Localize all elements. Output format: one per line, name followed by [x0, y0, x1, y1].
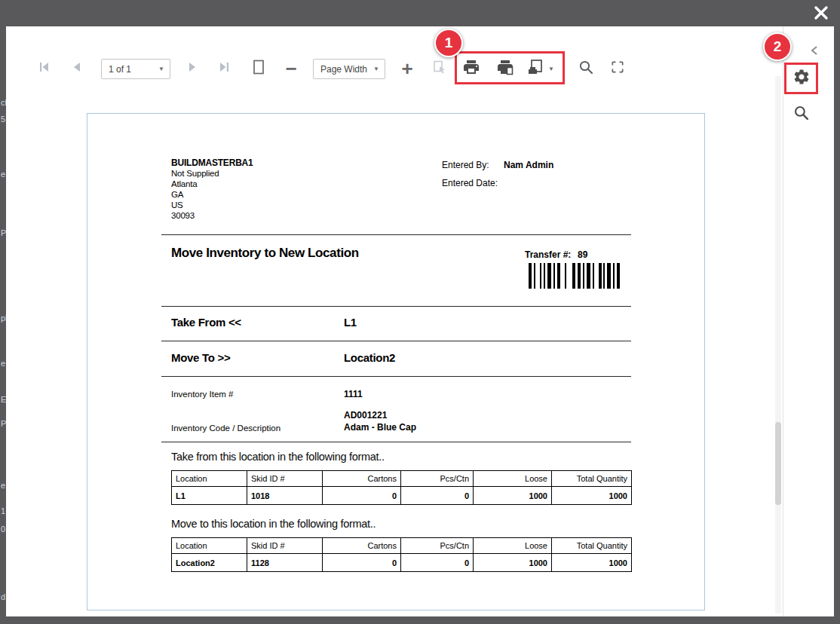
magnifier-icon	[793, 105, 810, 124]
report-title: Move Inventory to New Location	[171, 246, 359, 261]
table-header-cell: Location	[172, 538, 247, 554]
zoom-in-button[interactable]: +	[395, 57, 419, 81]
zoom-out-icon: −	[285, 59, 296, 78]
close-button[interactable]	[811, 5, 831, 24]
address-line: US	[171, 200, 253, 210]
table-cell: L1	[172, 487, 247, 505]
barcode-bar	[557, 263, 560, 289]
search-button[interactable]	[574, 57, 598, 81]
inventory-item-value: 1111	[344, 389, 363, 399]
barcode-bar	[603, 263, 605, 289]
company-block: BUILDMASTERBA1 Not Supplied Atlanta GA U…	[171, 158, 253, 221]
highlight-fields-icon	[432, 60, 448, 78]
first-page-icon	[37, 60, 51, 77]
first-page-button[interactable]	[32, 57, 56, 81]
table-header-cell: Pcs/Ctn	[401, 471, 474, 487]
background-text-fragment: P	[1, 228, 6, 237]
address-line: Atlanta	[171, 179, 253, 189]
single-page-view-button[interactable]	[247, 57, 271, 81]
move-to-table: Location Skid ID # Cartons Pcs/Ctn Loose…	[171, 537, 632, 572]
inventory-code-label: Inventory Code / Description	[171, 424, 281, 433]
background-text-fragment: P	[1, 419, 6, 428]
step-badge-1: 1	[434, 29, 463, 57]
chevron-down-icon: ▼	[373, 66, 379, 72]
background-text-fragment: d	[1, 592, 5, 601]
barcode-bar	[565, 263, 566, 289]
address-line: GA	[171, 189, 253, 200]
divider	[161, 376, 631, 377]
background-text-fragment: E	[1, 395, 6, 404]
barcode-bar	[544, 263, 545, 289]
viewer-sidebar	[783, 26, 834, 616]
scrollbar-track[interactable]	[775, 76, 781, 613]
zoom-out-button[interactable]: −	[279, 57, 303, 81]
background-text-fragment: 1	[1, 506, 5, 515]
background-text-fragment: 5	[1, 115, 5, 124]
address-line: Not Supplied	[171, 168, 253, 179]
collapse-chevron-icon	[810, 45, 819, 59]
full-screen-button[interactable]	[605, 57, 630, 81]
highlight-editing-fields-button[interactable]	[428, 57, 452, 81]
highlight-box-settings	[784, 63, 818, 94]
barcode-bar	[583, 263, 584, 289]
transfer-number-value: 89	[578, 249, 587, 260]
page-selector[interactable]: 1 of 1 ▼	[101, 59, 170, 79]
inventory-code-value: AD001221	[344, 410, 387, 421]
last-page-button[interactable]	[213, 57, 237, 81]
table-header-row: Location Skid ID # Cartons Pcs/Ctn Loose…	[172, 471, 632, 487]
table-cell: 1018	[247, 487, 323, 505]
previous-page-icon	[70, 60, 84, 77]
chevron-down-icon: ▼	[158, 66, 164, 72]
barcode-bar	[599, 263, 602, 289]
barcode-bar	[553, 263, 555, 289]
step-badge-2: 2	[763, 32, 792, 61]
table-cell: 0	[323, 554, 401, 572]
divider	[161, 442, 631, 442]
table-header-cell: Loose	[474, 471, 552, 487]
barcode-bar	[578, 263, 581, 289]
table-cell: 0	[401, 554, 474, 572]
table-cell: 1000	[474, 487, 552, 505]
table-header-cell: Total Quantity	[552, 538, 632, 554]
sidebar-search-button[interactable]	[793, 106, 810, 123]
collapse-panel-button[interactable]	[808, 46, 820, 58]
zoom-selector[interactable]: Page Width ▼	[313, 59, 385, 79]
table-cell: 1000	[552, 487, 632, 505]
move-section-title: Move to this location in the following f…	[171, 518, 376, 530]
report-page: BUILDMASTERBA1 Not Supplied Atlanta GA U…	[87, 113, 705, 610]
table-header-cell: Skid ID #	[247, 538, 323, 554]
entered-by-label: Entered By:	[442, 160, 489, 170]
zoom-in-icon: +	[401, 59, 412, 78]
barcode-bar	[607, 263, 611, 289]
take-from-table: Location Skid ID # Cartons Pcs/Ctn Loose…	[171, 470, 632, 505]
scrollbar-thumb[interactable]	[775, 422, 781, 505]
address-line: 30093	[171, 210, 253, 221]
background-text-fragment: ck	[1, 98, 6, 107]
barcode-bar	[587, 263, 590, 289]
highlight-box-print-actions	[455, 51, 565, 84]
step-number: 1	[445, 35, 453, 51]
barcode-bar	[540, 263, 541, 289]
single-page-icon	[251, 59, 266, 78]
table-cell: 1000	[552, 554, 632, 572]
divider	[161, 306, 631, 307]
take-section-title: Take from this location in the following…	[171, 451, 385, 463]
next-page-button[interactable]	[180, 57, 204, 81]
table-header-cell: Loose	[474, 538, 552, 554]
close-icon	[813, 5, 829, 24]
screen: { "colors": { "accent_red": "#e6333f", "…	[0, 0, 840, 624]
left-edge-fragments: ck5ePpleEPe10d	[0, 0, 6, 624]
table-header-cell: Cartons	[323, 471, 401, 487]
divider	[161, 234, 631, 235]
table-header-row: Location Skid ID # Cartons Pcs/Ctn Loose…	[172, 538, 632, 554]
barcode-bar	[593, 263, 594, 289]
barcode	[529, 263, 620, 289]
barcode-bar	[529, 263, 532, 289]
full-screen-icon	[610, 60, 625, 78]
previous-page-button[interactable]	[65, 57, 89, 81]
company-name: BUILDMASTERBA1	[171, 158, 253, 168]
barcode-bar	[547, 263, 551, 289]
next-page-icon	[185, 60, 199, 77]
barcode-bar	[572, 263, 575, 289]
last-page-icon	[218, 60, 231, 77]
